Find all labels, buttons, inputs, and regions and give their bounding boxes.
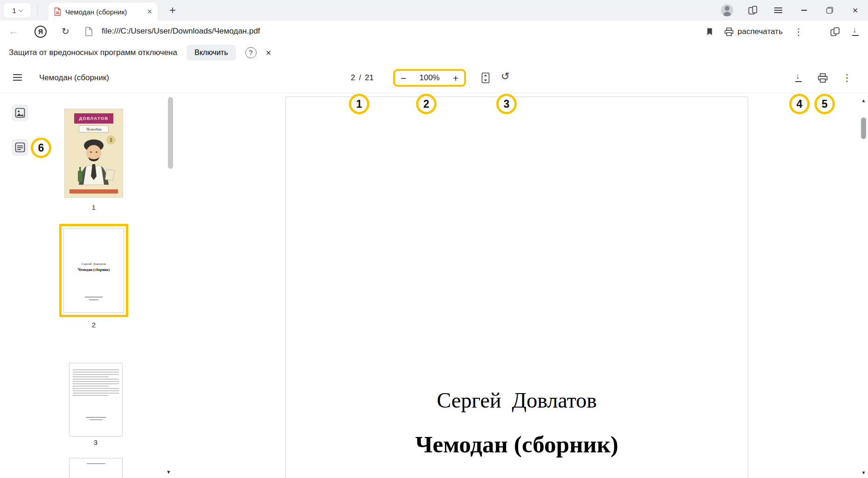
devices-button[interactable] [740,0,765,21]
profile-button[interactable] [714,0,740,21]
devices-icon [748,6,757,15]
sidebar-scroll-down-icon[interactable]: ▼ [166,469,171,475]
security-warning-bar: Защита от вредоносных программ отключена… [0,43,868,62]
close-icon: × [266,48,271,58]
thumbnail-page-2: Сергей Довлатов Чемодан (сборник) [63,228,124,313]
collections-icon [830,27,840,36]
printer-icon [724,28,734,36]
plus-icon: + [169,4,176,17]
close-window-button[interactable]: × [842,0,868,21]
page-number-label: 1 [59,203,128,211]
rotate-button[interactable]: ↺ [501,70,509,83]
fit-to-page-button[interactable] [480,72,491,85]
back-button[interactable]: ← [8,25,19,37]
enable-protection-button[interactable]: Включить [187,45,236,61]
collections-button[interactable] [830,27,840,36]
annotation-step-3: 3 [496,94,517,114]
pdf-toolbar-right: ⋮ [789,62,857,93]
thumbnail-page-3[interactable] [69,363,123,436]
zoom-out-button[interactable]: − [401,73,406,83]
close-icon: × [853,6,858,15]
new-tab-button[interactable]: + [165,3,180,17]
outline-view-button[interactable] [12,139,28,156]
menu-icon [13,74,22,75]
browser-menu-button[interactable] [765,0,791,21]
question-icon: ? [249,49,253,56]
tabstrip-right-controls: × [714,0,868,21]
tab-count-button[interactable]: 1 [4,3,31,17]
pdf-more-button[interactable]: ⋮ [837,68,857,88]
pdf-page: Сергей Довлатов Чемодан (сборник) [285,97,748,478]
pdf-download-button[interactable] [789,68,808,88]
annotation-step-2: 2 [416,94,437,114]
thumb-title-text: Чемодан (сборник) [64,268,124,272]
sidebar-scrollbar-thumb[interactable] [168,97,173,169]
cover-title-plate: Чемодан [79,125,109,132]
divider [37,6,38,15]
downloads-button[interactable] [851,28,860,36]
thumbnail-page-4[interactable] [69,458,123,478]
help-button[interactable]: ? [245,47,257,58]
restore-button[interactable] [817,0,842,21]
svg-text:$: $ [110,138,112,143]
annotation-step-6: 6 [31,138,51,158]
dismiss-warning-button[interactable]: × [266,48,271,58]
minimize-button[interactable] [791,0,817,21]
page-current[interactable]: 2 [351,73,355,83]
minimize-icon [801,10,807,11]
yandex-button[interactable]: Я [35,26,47,38]
thumbnail-page-1[interactable]: ДОВЛАТОВ Чемодан $ [65,109,123,197]
warning-text: Защита от вредоносных программ отключена [9,48,177,57]
address-bar: ← Я ↻ file:///C:/Users/User/Downloads/Че… [0,21,868,43]
avatar [721,4,733,16]
scroll-up-icon[interactable]: ▲ [859,98,868,103]
menu-icon [774,6,782,14]
thumb-heading-line [69,463,122,464]
page-number-label: 2 [59,321,128,329]
kebab-icon: ⋮ [842,72,852,83]
tab-title: Чемодан (сборник) [65,8,143,16]
pdf-viewer: ДОВЛАТОВ Чемодан $ 1 [0,93,868,478]
more-actions-button[interactable]: ⋮ [794,26,803,37]
reload-icon: ↻ [62,26,69,36]
zoom-in-button[interactable]: + [453,73,458,83]
url-text[interactable]: file:///C:/Users/User/Downloads/Чемодан.… [102,27,260,36]
close-icon: × [147,7,152,16]
thumbnail-page-2-selected[interactable]: Сергей Довлатов Чемодан (сборник) [59,224,128,317]
pdf-sidebar-toggle-button[interactable] [13,72,22,83]
fit-to-page-icon [480,72,491,83]
bookmark-icon [706,28,713,36]
print-label: распечатать [737,27,783,36]
thumb-author-text: Сергей Довлатов [64,262,124,266]
scroll-down-icon[interactable]: ▼ [859,470,868,475]
page-author-text: Сергей Довлатов [286,388,748,413]
page-separator: / [359,73,361,83]
print-page-button[interactable]: распечатать [724,27,783,36]
reload-button[interactable]: ↻ [62,26,69,37]
image-icon [14,107,26,118]
tab-active[interactable]: Чемодан (сборник) × [49,3,158,21]
annotation-step-1: 1 [349,94,369,114]
pdf-toolbar: Чемодан (сборник) 2 / 21 − 100% + ↺ [0,62,868,93]
thumb-footer-lines [69,417,122,420]
rotate-icon: ↺ [501,70,509,82]
thumb-publisher-lines [64,297,124,300]
addressbar-right-controls: распечатать ⋮ [706,21,860,43]
bookmark-button[interactable] [706,28,713,36]
restore-icon [826,7,833,14]
main-scrollbar[interactable]: ▲ ▼ [859,93,868,478]
printer-icon [818,73,828,83]
list-icon [14,142,26,153]
thumbnails-view-button[interactable] [12,104,28,121]
browser-window: 1 Чемодан (сборник) × + [0,0,868,478]
pdf-print-button[interactable] [813,68,833,88]
file-page-icon [85,27,93,38]
tab-close-button[interactable]: × [147,7,152,16]
browser-tab-strip: 1 Чемодан (сборник) × + [0,0,868,21]
tab-count-label: 1 [12,7,16,14]
zoom-controls-highlighted: − 100% + [393,69,466,87]
page-total: 21 [365,73,374,83]
main-scrollbar-thumb[interactable] [861,118,866,139]
annotation-step-4: 4 [789,94,810,114]
cover-author-plate: ДОВЛАТОВ [74,113,113,124]
